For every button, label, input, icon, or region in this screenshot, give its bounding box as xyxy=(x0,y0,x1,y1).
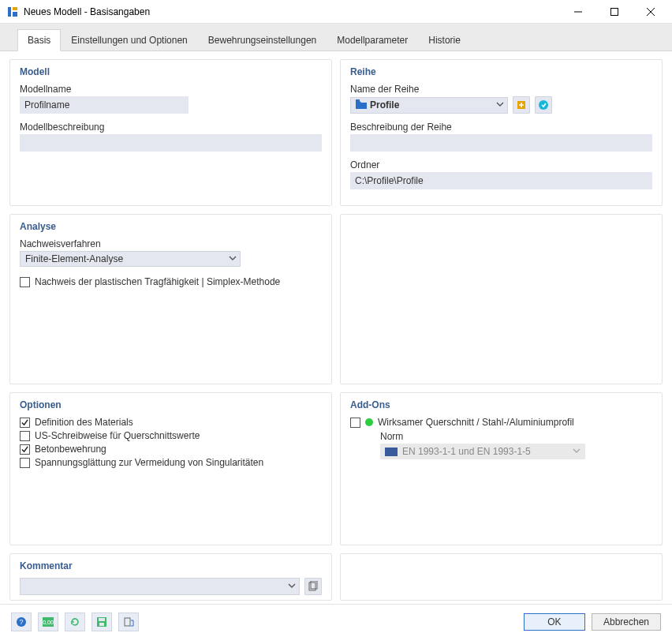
svg-rect-0 xyxy=(8,7,11,17)
chevron-down-icon xyxy=(288,581,296,592)
option-label: Definition des Materials xyxy=(35,417,133,428)
panel-options: Optionen Definition des Materials US-Sch… xyxy=(9,392,332,545)
series-open-button[interactable] xyxy=(535,96,552,114)
addon-norm-dropdown: EN 1993-1-1 und EN 1993-1-5 xyxy=(380,444,585,459)
comment-edit-button[interactable] xyxy=(304,578,322,595)
status-dot-icon xyxy=(365,418,373,426)
folder-icon xyxy=(356,99,367,111)
series-desc-input[interactable] xyxy=(350,134,652,152)
option-concrete-reinforcement[interactable]: Betonbewehrung xyxy=(20,444,322,455)
option-us-notation[interactable]: US-Schreibweise für Querschnittswerte xyxy=(20,430,322,441)
option-stress-smoothing[interactable]: Spannungsglättung zur Vermeidung von Sin… xyxy=(20,457,322,468)
chevron-down-icon xyxy=(573,446,581,457)
option-label: US-Schreibweise für Querschnittswerte xyxy=(35,430,200,441)
checkbox-icon xyxy=(20,277,30,287)
footer-units-button[interactable]: 0,00 xyxy=(38,612,58,631)
analysis-method-value: Finite-Element-Analyse xyxy=(25,253,123,264)
svg-rect-18 xyxy=(99,623,104,626)
checkbox-icon xyxy=(20,418,30,428)
panel-heading: Add-Ons xyxy=(350,399,652,410)
footer-reset-button[interactable] xyxy=(65,612,85,631)
title-bar: Neues Modell - Basisangaben xyxy=(0,0,672,24)
footer-load-default-button[interactable] xyxy=(118,612,139,631)
panel-analysis: Analyse Nachweisverfahren Finite-Element… xyxy=(9,214,332,384)
panel-empty-mid xyxy=(340,214,663,384)
chevron-down-icon xyxy=(496,99,504,110)
panel-heading: Optionen xyxy=(20,399,322,410)
minimize-button[interactable] xyxy=(560,0,596,24)
panel-heading: Modell xyxy=(20,66,322,77)
svg-text:?: ? xyxy=(19,618,23,626)
analysis-plastic-checkbox-row[interactable]: Nachweis der plastischen Tragfähigkeit |… xyxy=(20,276,322,287)
analysis-plastic-label: Nachweis der plastischen Tragfähigkeit |… xyxy=(35,276,280,287)
option-label: Spannungsglättung zur Vermeidung von Sin… xyxy=(35,457,263,468)
svg-point-9 xyxy=(539,100,548,110)
series-new-button[interactable] xyxy=(513,96,530,114)
panel-comment: Kommentar xyxy=(9,553,332,601)
svg-rect-4 xyxy=(611,8,618,15)
checkbox-icon xyxy=(20,458,30,468)
addon-label: Wirksamer Querschnitt / Stahl-/Aluminium… xyxy=(378,417,574,428)
panel-heading: Kommentar xyxy=(20,560,322,571)
footer-bar: ? 0,00 OK Abbrechen xyxy=(0,604,672,633)
addon-norm-value: EN 1993-1-1 und EN 1993-1-5 xyxy=(402,446,531,457)
panel-model: Modell Modellname Modellbeschreibung xyxy=(9,59,332,206)
svg-text:0,00: 0,00 xyxy=(43,620,54,625)
eu-flag-icon xyxy=(385,448,398,456)
svg-rect-17 xyxy=(99,618,105,621)
tab-model-parameters[interactable]: Modellparameter xyxy=(327,29,418,51)
checkbox-icon xyxy=(20,431,30,441)
panel-empty-bottom xyxy=(340,553,663,601)
footer-save-default-button[interactable] xyxy=(91,612,112,631)
model-name-label: Modellname xyxy=(20,84,322,95)
analysis-method-dropdown[interactable]: Finite-Element-Analyse xyxy=(20,251,241,267)
svg-rect-1 xyxy=(13,7,17,10)
tab-basis[interactable]: Basis xyxy=(17,29,61,51)
svg-rect-19 xyxy=(125,618,130,626)
window-title: Neues Modell - Basisangaben xyxy=(24,6,560,17)
tab-strip: Basis Einstellungen und Optionen Bewehru… xyxy=(0,24,672,51)
close-button[interactable] xyxy=(633,0,669,24)
series-folder-input xyxy=(350,172,652,189)
addon-effective-section[interactable]: Wirksamer Querschnitt / Stahl-/Aluminium… xyxy=(350,417,652,428)
tab-reinforcement-settings[interactable]: Bewehrungseinstellungen xyxy=(198,29,327,51)
app-icon xyxy=(6,6,19,18)
svg-rect-7 xyxy=(356,99,360,102)
footer-help-button[interactable]: ? xyxy=(11,612,32,631)
checkbox-icon xyxy=(350,418,360,428)
ok-button[interactable]: OK xyxy=(524,613,585,631)
chevron-down-icon xyxy=(229,253,237,264)
model-desc-input[interactable] xyxy=(20,134,322,152)
panel-addons: Add-Ons Wirksamer Querschnitt / Stahl-/A… xyxy=(340,392,663,545)
comment-dropdown[interactable] xyxy=(20,578,300,595)
checkbox-icon xyxy=(20,444,30,455)
cancel-button[interactable]: Abbrechen xyxy=(592,613,661,631)
tab-history[interactable]: Historie xyxy=(418,29,471,51)
option-material-definition[interactable]: Definition des Materials xyxy=(20,417,322,428)
panel-heading: Reihe xyxy=(350,66,652,77)
model-name-input[interactable] xyxy=(20,96,189,114)
panel-heading: Analyse xyxy=(20,221,322,232)
series-name-value: Profile xyxy=(370,99,399,110)
maximize-button[interactable] xyxy=(596,0,633,24)
series-name-label: Name der Reihe xyxy=(350,84,652,95)
series-desc-label: Beschreibung der Reihe xyxy=(350,122,652,133)
model-desc-label: Modellbeschreibung xyxy=(20,122,322,133)
panel-series: Reihe Name der Reihe Profile Beschreibun… xyxy=(340,59,663,206)
series-folder-label: Ordner xyxy=(350,159,652,170)
svg-rect-2 xyxy=(13,12,17,17)
analysis-method-label: Nachweisverfahren xyxy=(20,238,322,249)
tab-settings-options[interactable]: Einstellungen und Optionen xyxy=(61,29,197,51)
series-name-dropdown[interactable]: Profile xyxy=(350,97,508,114)
addon-norm-label: Norm xyxy=(380,431,652,442)
option-label: Betonbewehrung xyxy=(35,444,106,455)
